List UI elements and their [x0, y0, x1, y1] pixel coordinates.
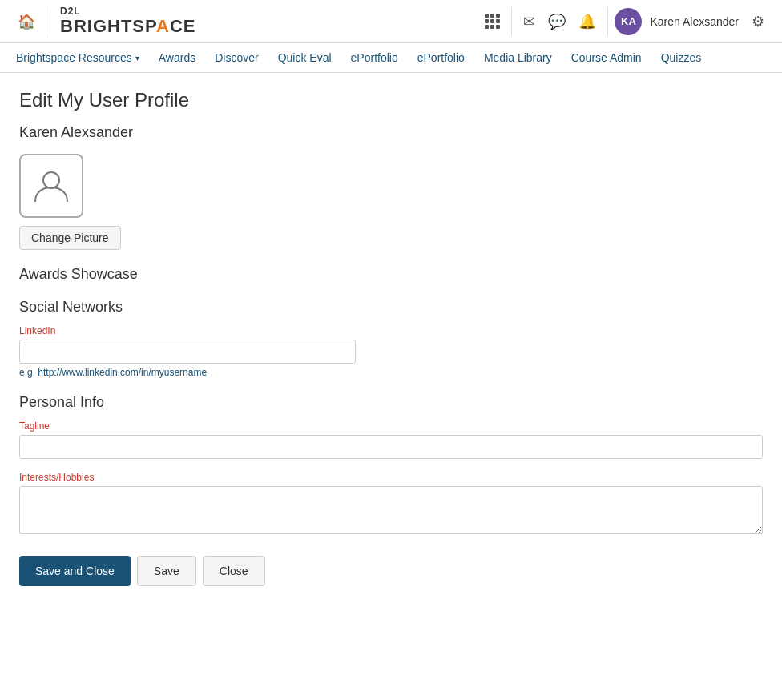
- nav-quizzes[interactable]: Quizzes: [651, 43, 711, 72]
- save-and-close-button[interactable]: Save and Close: [19, 556, 131, 586]
- interests-field: Interests/Hobbies: [19, 472, 763, 537]
- tagline-field: Tagline: [19, 420, 763, 459]
- nav-eportfolio-1[interactable]: ePortfolio: [341, 43, 408, 72]
- main-content: Edit My User Profile Karen Alexsander Ch…: [0, 73, 782, 618]
- logo: D2L BRIGHTSPACE: [60, 6, 196, 36]
- linkedin-field: LinkedIn e.g. http://www.linkedin.com/in…: [19, 325, 763, 378]
- footer-buttons: Save and Close Save Close: [19, 556, 763, 602]
- header-divider: [50, 7, 50, 36]
- profile-avatar: [19, 154, 83, 218]
- header-left: 🏠 D2L BRIGHTSPACE: [13, 6, 196, 36]
- mail-button[interactable]: ✉: [518, 8, 540, 35]
- interests-input[interactable]: [19, 486, 763, 534]
- nav-course-admin[interactable]: Course Admin: [562, 43, 651, 72]
- nav-discover[interactable]: Discover: [205, 43, 268, 72]
- logo-brightspace: BRIGHTSPACE: [60, 17, 196, 36]
- interests-label: Interests/Hobbies: [19, 472, 763, 483]
- header-divider-2: [511, 7, 512, 36]
- nav-bar: Brightspace Resources ▾ Awards Discover …: [0, 43, 782, 73]
- change-picture-button[interactable]: Change Picture: [19, 226, 121, 250]
- user-initials: KA: [621, 15, 636, 27]
- tagline-input[interactable]: [19, 435, 763, 459]
- page-title: Edit My User Profile: [19, 89, 763, 111]
- settings-button[interactable]: ⚙: [747, 8, 769, 35]
- awards-showcase-title: Awards Showcase: [19, 266, 763, 283]
- nav-brightspace-resources[interactable]: Brightspace Resources ▾: [6, 43, 149, 72]
- grid-icon: [485, 14, 500, 29]
- apps-button[interactable]: [480, 9, 505, 34]
- app-header: 🏠 D2L BRIGHTSPACE ✉ 💬 🔔 KA Kar: [0, 0, 782, 43]
- mail-icon: ✉: [523, 13, 535, 30]
- close-button[interactable]: Close: [203, 556, 265, 586]
- save-button[interactable]: Save: [137, 556, 196, 586]
- avatar-section: Change Picture: [19, 154, 763, 250]
- nav-awards[interactable]: Awards: [149, 43, 205, 72]
- user-avatar[interactable]: KA: [615, 8, 642, 35]
- chat-icon: 💬: [548, 13, 566, 30]
- nav-eportfolio-2[interactable]: ePortfolio: [408, 43, 474, 72]
- header-right: ✉ 💬 🔔 KA Karen Alexsander ⚙: [480, 7, 769, 36]
- nav-media-library[interactable]: Media Library: [474, 43, 562, 72]
- chat-button[interactable]: 💬: [543, 8, 570, 35]
- person-icon: [31, 166, 71, 206]
- header-divider-3: [607, 7, 608, 36]
- linkedin-label: LinkedIn: [19, 325, 763, 336]
- home-button[interactable]: 🏠: [13, 8, 40, 35]
- user-display-name: Karen Alexsander: [19, 124, 763, 141]
- nav-quick-eval[interactable]: Quick Eval: [268, 43, 341, 72]
- notification-button[interactable]: 🔔: [574, 8, 601, 35]
- logo-accent: A: [156, 16, 170, 36]
- gear-icon: ⚙: [752, 13, 764, 30]
- bell-icon: 🔔: [578, 13, 596, 30]
- social-networks-title: Social Networks: [19, 299, 763, 316]
- user-name-header: Karen Alexsander: [650, 15, 739, 28]
- svg-point-0: [43, 172, 59, 188]
- linkedin-input[interactable]: [19, 340, 356, 364]
- chevron-down-icon: ▾: [135, 54, 139, 62]
- home-icon: 🏠: [18, 13, 35, 30]
- personal-info-title: Personal Info: [19, 394, 763, 411]
- tagline-label: Tagline: [19, 420, 763, 432]
- linkedin-helper: e.g. http://www.linkedin.com/in/myuserna…: [19, 367, 763, 378]
